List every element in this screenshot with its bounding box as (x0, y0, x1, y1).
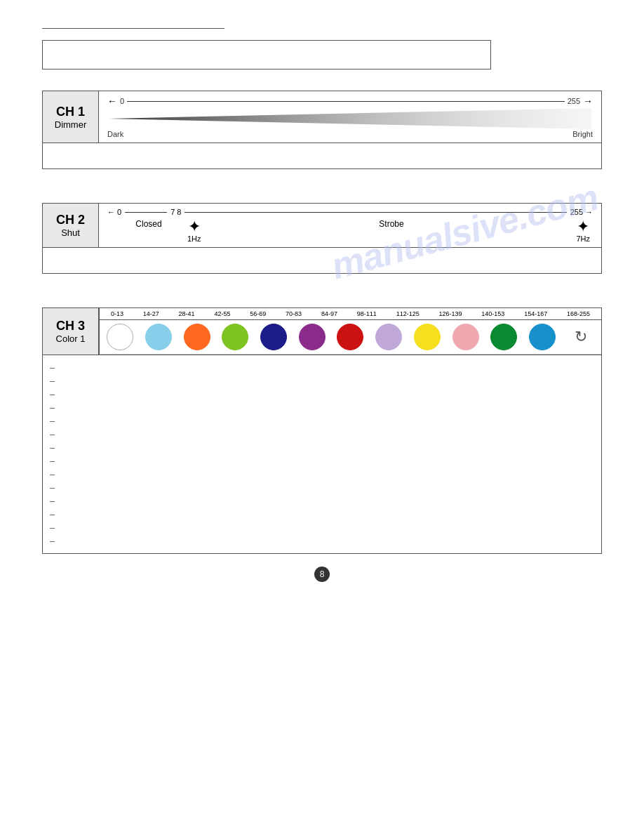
dash-3: – (50, 389, 594, 399)
ch3-range-4: 56-69 (250, 310, 266, 317)
color-yellow (414, 324, 441, 350)
ch2-number: CH 2 (56, 213, 85, 227)
color-rotate-icon: ↻ (568, 324, 594, 350)
ch2-block: CH 2 Shut ← 0 7 8 255 → (42, 203, 602, 274)
ch3-range-2: 28-41 (179, 310, 195, 317)
ch3-range-0: 0-13 (111, 310, 123, 317)
dash-12: – (50, 509, 594, 519)
ch2-1hz-label: 1Hz (187, 234, 201, 243)
dash-8: – (50, 456, 594, 466)
ch3-type: Color 1 (56, 333, 86, 344)
color-pink (452, 324, 479, 350)
ch3-range-11: 154-167 (524, 310, 547, 317)
ch1-range-row: ← 0 255 → (107, 95, 593, 107)
ch3-label: CH 3 Color 1 (43, 308, 99, 355)
ch1-gradient (109, 108, 591, 129)
ch1-block: CH 1 Dimmer ← 0 255 → (42, 91, 602, 169)
dash-6: – (50, 429, 594, 439)
dash-2: – (50, 376, 594, 386)
ch2-range-row: ← 0 7 8 255 → (107, 208, 593, 216)
dash-4: – (50, 402, 594, 413)
dash-14: – (50, 536, 594, 546)
ch2-header-row: CH 2 Shut ← 0 7 8 255 → (43, 204, 601, 248)
ch2-closed-label: Closed (135, 219, 161, 229)
ch3-content: 0-13 14-27 28-41 42-55 56-69 70-83 84-97… (99, 308, 601, 355)
ch2-range-end: 255 (570, 208, 583, 216)
ch1-arrow-left: ← (107, 95, 117, 107)
ch2-seg-7: 7 (170, 208, 175, 216)
ch2-seg-8: 8 (177, 208, 181, 216)
page-number-section: 8 (42, 567, 602, 582)
ch3-range-9: 126-139 (438, 310, 462, 317)
ch2-7hz-section: ✦ 7Hz (576, 219, 590, 243)
ch2-arrow-right: → (585, 208, 593, 216)
ch1-label-bright: Bright (572, 130, 593, 138)
ch1-labels: Dark Bright (107, 130, 593, 138)
ch1-type: Dimmer (55, 119, 87, 130)
ch1-label-dark: Dark (107, 130, 123, 138)
color-white (107, 324, 133, 350)
ch3-range-7: 98-111 (357, 310, 377, 317)
color-cyan-blue (529, 324, 556, 350)
dash-11: – (50, 496, 594, 506)
color-red (337, 324, 363, 350)
ch1-range-end: 255 (568, 97, 580, 105)
color-dark-blue (260, 324, 287, 350)
text-input-box[interactable] (42, 40, 491, 70)
ch3-circles-row: ↻ (100, 320, 601, 355)
ch2-label: CH 2 Shut (43, 204, 99, 247)
ch2-range-start: 0 (117, 208, 121, 216)
ch1-footer (43, 143, 601, 168)
ch1-content: ← 0 255 → (99, 91, 601, 143)
dash-13: – (50, 522, 594, 533)
dash-5: – (50, 416, 594, 426)
color-purple (299, 324, 326, 350)
ch1-number: CH 1 (56, 105, 85, 119)
ch3-footer: – – – – – – – – – – – – – – (43, 355, 601, 553)
ch3-header-row: CH 3 Color 1 0-13 14-27 28-41 42-55 56-6… (43, 308, 601, 355)
ch3-range-12: 168-255 (567, 310, 590, 317)
ch2-star-left: ✦ (188, 219, 201, 234)
color-green (222, 324, 248, 350)
color-dark-green (490, 324, 517, 350)
ch1-arrow-right: → (583, 95, 593, 107)
ch2-footer (43, 248, 601, 273)
ch2-type: Shut (61, 227, 80, 238)
ch1-header-row: CH 1 Dimmer ← 0 255 → (43, 91, 601, 143)
page: manualsive.com CH 1 Dimmer ← 0 255 → (0, 0, 644, 834)
dash-1: – (50, 362, 594, 373)
color-light-blue (145, 324, 172, 350)
ch3-range-10: 140-153 (481, 310, 504, 317)
dash-7: – (50, 442, 594, 453)
ch2-strobe-mid: Strobe (207, 219, 577, 229)
top-underline (42, 28, 224, 29)
ch1-label: CH 1 Dimmer (43, 91, 99, 143)
ch3-range-8: 112-125 (396, 310, 420, 317)
ch1-gradient-svg (109, 108, 591, 129)
ch1-range-line (127, 101, 565, 102)
ch3-range-1: 14-27 (143, 310, 159, 317)
color-lavender (375, 324, 402, 350)
dash-10: – (50, 482, 594, 493)
ch2-segments-row: Closed ✦ 1Hz Strobe ✦ 7Hz (107, 219, 593, 243)
ch2-closed-section: Closed (110, 219, 187, 229)
ch3-range-5: 70-83 (286, 310, 302, 317)
ch3-ranges-row: 0-13 14-27 28-41 42-55 56-69 70-83 84-97… (100, 308, 601, 320)
ch2-star-right: ✦ (577, 219, 589, 234)
ch2-7hz-label: 7Hz (576, 234, 590, 243)
ch3-range-6: 84-97 (321, 310, 337, 317)
page-dot: 8 (314, 567, 330, 582)
dash-9: – (50, 469, 594, 479)
ch2-arrow-left: ← (107, 208, 115, 216)
ch1-range-start: 0 (120, 97, 124, 105)
ch3-number: CH 3 (56, 319, 85, 333)
ch2-content: ← 0 7 8 255 → Closed ✦ (99, 204, 601, 247)
ch2-strobe-label: Strobe (379, 219, 403, 229)
color-orange (184, 324, 210, 350)
ch3-block: CH 3 Color 1 0-13 14-27 28-41 42-55 56-6… (42, 307, 602, 554)
svg-marker-0 (109, 108, 591, 129)
ch2-1hz-section: ✦ 1Hz (187, 219, 201, 243)
ch3-range-3: 42-55 (214, 310, 230, 317)
